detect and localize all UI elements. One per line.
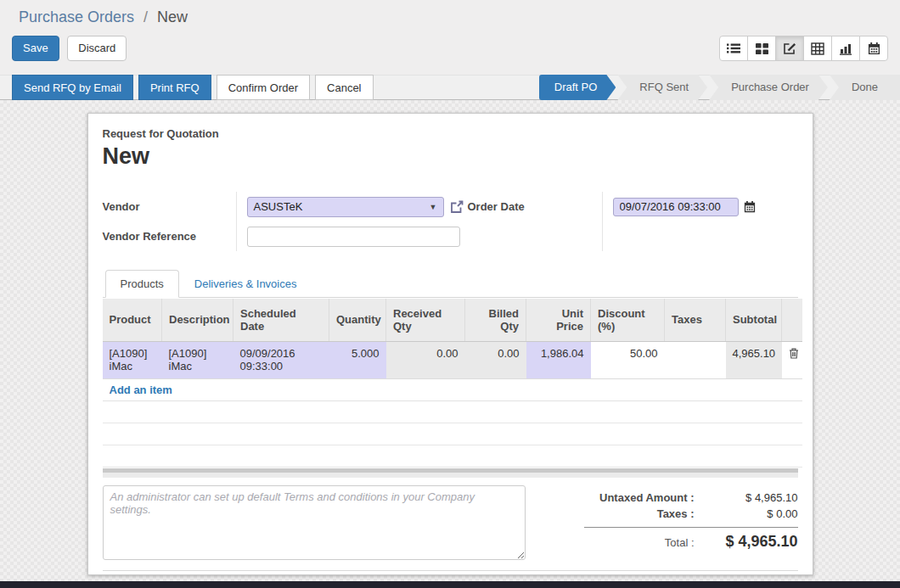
view-switcher	[719, 36, 888, 61]
breadcrumb-separator: /	[138, 8, 153, 25]
col-taxes[interactable]: Taxes	[665, 299, 726, 341]
col-received-qty[interactable]: Received Qty	[386, 299, 465, 341]
field-groups: Vendor Vendor Reference ASUSTeK ▼	[103, 192, 798, 251]
col-unit-price[interactable]: Unit Price	[526, 299, 591, 341]
totals-block: Untaxed Amount : $ 4,965.10 Taxes : $ 0.…	[584, 485, 798, 560]
col-subtotal[interactable]: Subtotal	[726, 299, 782, 341]
cell-billed-qty: 0.00	[465, 341, 526, 378]
taxes-value: $ 0.00	[705, 507, 798, 520]
statusbar-actions: Send RFQ by Email Print RFQ Confirm Orde…	[0, 75, 374, 100]
trash-icon	[789, 348, 799, 359]
order-date-label: Order Date	[468, 200, 525, 213]
kanban-view-button[interactable]	[747, 36, 776, 61]
calendar-view-button[interactable]	[859, 36, 888, 61]
total-label: Total :	[584, 536, 705, 549]
window-bottom-bar	[0, 581, 900, 588]
graph-icon	[839, 42, 852, 55]
form-sheet: Request for Quotation New Vendor Vendor …	[87, 113, 813, 575]
col-description[interactable]: Description	[162, 299, 233, 341]
cell-received-qty: 0.00	[386, 341, 465, 378]
open-vendor-external-link-icon[interactable]	[450, 200, 464, 214]
discard-button[interactable]: Discard	[67, 36, 127, 61]
purchase-order-form-page: Purchase Orders / New Save Discard	[0, 0, 900, 588]
order-line-row[interactable]: [A1090] iMac [A1090] iMac 09/09/2016 09:…	[103, 341, 802, 378]
right-field-group: Order Date	[468, 192, 756, 251]
date-picker-calendar-icon[interactable]	[744, 201, 756, 213]
tab-products[interactable]: Products	[105, 270, 179, 298]
col-product[interactable]: Product	[103, 299, 162, 341]
untaxed-amount-label: Untaxed Amount :	[584, 491, 705, 504]
order-date-input[interactable]	[613, 198, 739, 216]
table-header-row: Product Description Scheduled Date Quant…	[103, 299, 802, 341]
statusbar: Send RFQ by Email Print RFQ Confirm Orde…	[0, 75, 900, 100]
chevron-down-icon: ▼	[430, 203, 437, 211]
send-rfq-by-email-button[interactable]: Send RFQ by Email	[12, 75, 133, 100]
calendar-icon	[868, 42, 880, 55]
empty-row	[103, 423, 802, 445]
form-view-button[interactable]	[775, 36, 804, 61]
print-rfq-button[interactable]: Print RFQ	[138, 75, 211, 100]
breadcrumb: Purchase Orders / New	[0, 0, 900, 26]
notebook-tabs: Products Deliveries & Invoices	[103, 270, 798, 298]
list-view-button[interactable]	[719, 36, 748, 61]
form-subtitle: Request for Quotation	[103, 127, 798, 140]
stage-draft-po[interactable]: Draft PO	[539, 75, 616, 100]
vendor-reference-label: Vendor Reference	[103, 230, 197, 243]
col-discount[interactable]: Discount (%)	[591, 299, 665, 341]
vendor-select[interactable]: ASUSTeK ▼	[247, 197, 444, 217]
form-edit-icon	[783, 42, 796, 55]
col-scheduled-date[interactable]: Scheduled Date	[233, 299, 329, 341]
stage-rfq-sent[interactable]: RFQ Sent	[617, 75, 707, 100]
add-an-item-link[interactable]: Add an item	[110, 384, 172, 396]
form-title: New	[103, 143, 798, 170]
vendor-label: Vendor	[103, 200, 140, 213]
taxes-label: Taxes :	[584, 507, 705, 520]
list-icon	[727, 42, 740, 55]
terms-and-conditions-textarea[interactable]	[103, 485, 526, 560]
cell-product[interactable]: [A1090] iMac	[103, 341, 162, 378]
table-horizontal-scrollbar[interactable]	[103, 468, 798, 478]
total-value: $ 4,965.10	[705, 533, 798, 551]
left-field-group: Vendor Vendor Reference ASUSTeK ▼	[103, 192, 468, 251]
breadcrumb-current: New	[157, 8, 188, 25]
order-lines-table: Product Description Scheduled Date Quant…	[103, 299, 802, 468]
graph-view-button[interactable]	[831, 36, 860, 61]
empty-row	[103, 400, 802, 423]
footer-section: Untaxed Amount : $ 4,965.10 Taxes : $ 0.…	[103, 485, 798, 560]
col-delete	[782, 299, 802, 341]
untaxed-amount-value: $ 4,965.10	[705, 491, 798, 504]
content-area: Request for Quotation New Vendor Vendor …	[0, 100, 900, 588]
status-pipeline: Draft PO RFQ Sent Purchase Order Done	[537, 75, 900, 100]
vendor-reference-input[interactable]	[247, 227, 460, 247]
cell-taxes[interactable]	[665, 341, 726, 378]
stage-purchase-order[interactable]: Purchase Order	[709, 75, 828, 100]
cell-subtotal: 4,965.10	[726, 341, 782, 378]
stage-done[interactable]: Done	[830, 75, 900, 100]
save-button[interactable]: Save	[12, 36, 59, 61]
cell-unit-price[interactable]: 1,986.04	[526, 341, 591, 378]
breadcrumb-parent-link[interactable]: Purchase Orders	[19, 8, 134, 25]
pivot-icon	[811, 42, 824, 55]
top-bar: Purchase Orders / New Save Discard	[0, 0, 900, 75]
pivot-view-button[interactable]	[803, 36, 832, 61]
vendor-value: ASUSTeK	[254, 200, 430, 213]
empty-row	[103, 445, 802, 467]
toolbar: Save Discard	[0, 26, 900, 61]
kanban-icon	[756, 42, 768, 55]
sheet-bottom-divider	[103, 570, 798, 571]
cancel-button[interactable]: Cancel	[315, 75, 373, 100]
col-quantity[interactable]: Quantity	[329, 299, 386, 341]
col-billed-qty[interactable]: Billed Qty	[465, 299, 526, 341]
add-item-row: Add an item	[103, 378, 802, 400]
delete-line-button[interactable]	[789, 347, 799, 361]
cell-quantity[interactable]: 5.000	[329, 341, 386, 378]
record-actions: Save Discard	[12, 36, 127, 61]
confirm-order-button[interactable]: Confirm Order	[217, 75, 310, 100]
cell-description[interactable]: [A1090] iMac	[162, 341, 233, 378]
tab-deliveries-invoices[interactable]: Deliveries & Invoices	[179, 270, 312, 298]
totals-divider	[584, 527, 798, 528]
cell-scheduled-date[interactable]: 09/09/2016 09:33:00	[233, 341, 329, 378]
cell-discount[interactable]: 50.00	[591, 341, 665, 378]
cell-delete	[782, 341, 802, 378]
